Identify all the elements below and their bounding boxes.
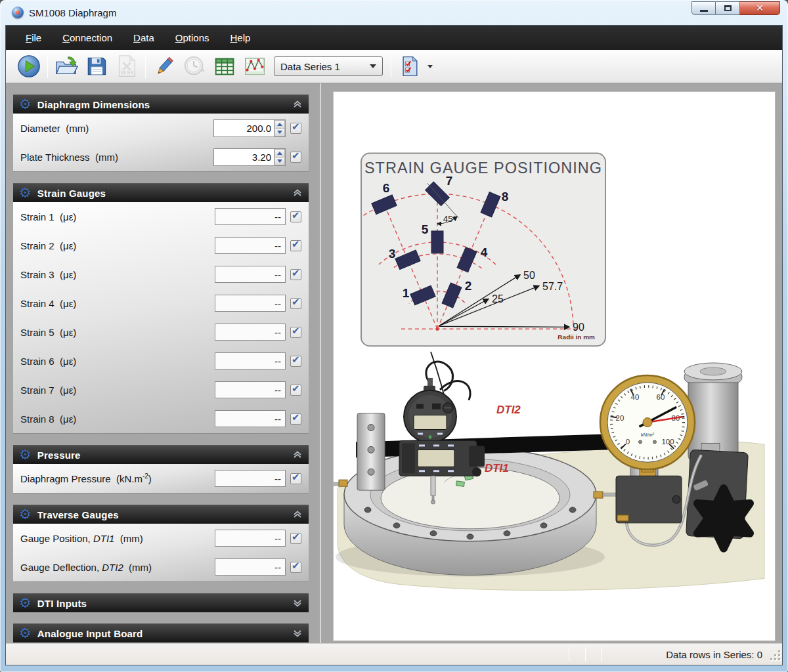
- diameter-checkbox[interactable]: ✔: [290, 123, 301, 134]
- apparatus-illustration: DTI2 DTI1: [334, 362, 764, 591]
- window-controls: ✕: [691, 1, 780, 15]
- section-title: DTI Inputs: [37, 598, 87, 609]
- gauge-position-field[interactable]: [215, 530, 286, 547]
- row-strain-8: Strain 8 (με) ✔: [13, 404, 309, 433]
- row-gauge-position: Gauge Position, DTI1 (mm) ✔: [13, 524, 309, 553]
- section-traverse-gauges: ⚙ Traverse Gauges Gauge Position, DTI1 (…: [13, 505, 309, 582]
- close-button[interactable]: ✕: [740, 1, 780, 15]
- collapse-chevron-icon[interactable]: [293, 100, 302, 109]
- app-icon: [12, 7, 24, 18]
- row-diaphragm-pressure: Diaphragm Pressure (kN.m-2) ✔: [13, 464, 309, 493]
- menu-connection[interactable]: Connection: [52, 27, 123, 49]
- strain-2-checkbox[interactable]: ✔: [290, 240, 301, 251]
- row-strain-1: Strain 1 (με) ✔: [13, 202, 309, 231]
- section-header[interactable]: ⚙ Traverse Gauges: [13, 505, 309, 524]
- collapse-chevron-icon[interactable]: [293, 510, 302, 519]
- section-header[interactable]: ⚙ Pressure: [13, 445, 309, 464]
- close-icon: ✕: [756, 3, 764, 13]
- strain-6-field[interactable]: [215, 352, 286, 369]
- section-title: Strain Gauges: [37, 188, 106, 199]
- svg-text:6: 6: [383, 181, 390, 195]
- window-title: SM1008 Diaphragm: [29, 7, 116, 18]
- series-options-dropdown-caret[interactable]: [427, 65, 433, 68]
- section-pressure: ⚙ Pressure Diaphragm Pressure (kN.m-2) ✔: [13, 445, 309, 494]
- gauge-deflection-checkbox[interactable]: ✔: [290, 562, 301, 573]
- menu-data[interactable]: Data: [123, 27, 165, 49]
- strain-3-checkbox[interactable]: ✔: [290, 269, 301, 280]
- strain-7-field[interactable]: [215, 381, 286, 398]
- chart-button[interactable]: [240, 52, 270, 81]
- strain-6-checkbox[interactable]: ✔: [290, 356, 301, 367]
- row-strain-6: Strain 6 (με) ✔: [13, 346, 309, 375]
- section-diaphragm-dimensions: ⚙ Diaphragm Dimensions Diameter (mm): [13, 94, 309, 172]
- open-button[interactable]: [51, 52, 81, 81]
- edit-button[interactable]: [149, 52, 179, 81]
- thickness-input[interactable]: [214, 149, 274, 165]
- collapse-chevron-icon[interactable]: [293, 188, 302, 198]
- gauge-position-checkbox[interactable]: ✔: [290, 533, 301, 544]
- strain-2-field[interactable]: [215, 237, 286, 254]
- gauge-deflection-field[interactable]: [215, 558, 286, 576]
- pressure-checkbox[interactable]: ✔: [290, 473, 301, 484]
- expand-chevron-icon[interactable]: [293, 598, 302, 608]
- strain-4-checkbox[interactable]: ✔: [290, 298, 301, 309]
- data-series-selector[interactable]: Data Series 1: [274, 56, 383, 76]
- strain-1-field[interactable]: [215, 208, 286, 225]
- row-strain-5: Strain 5 (με) ✔: [13, 318, 309, 346]
- collapse-chevron-icon[interactable]: [293, 450, 302, 459]
- gear-icon: ⚙: [19, 627, 32, 640]
- strain-4-field[interactable]: [215, 295, 286, 312]
- gear-icon: ⚙: [19, 508, 32, 522]
- section-header[interactable]: ⚙ Diaphragm Dimensions: [13, 94, 309, 114]
- chevron-down-icon: [370, 64, 376, 68]
- menu-file[interactable]: File: [15, 27, 52, 49]
- gear-icon: ⚙: [19, 448, 32, 462]
- spin-up-button[interactable]: [274, 120, 285, 128]
- row-label: Plate Thickness (mm): [20, 152, 118, 163]
- spin-down-button[interactable]: [274, 128, 285, 136]
- series-options-button[interactable]: [395, 52, 425, 81]
- export-xlsx-button[interactable]: XLSX: [112, 52, 142, 81]
- strain-5-field[interactable]: [215, 324, 286, 341]
- spin-up-button[interactable]: [274, 149, 285, 157]
- menu-help[interactable]: Help: [220, 27, 261, 49]
- section-header[interactable]: ⚙ Analogue Input Board: [13, 623, 309, 642]
- thickness-checkbox[interactable]: ✔: [290, 152, 301, 163]
- data-table-button[interactable]: [209, 52, 240, 81]
- row-label: Strain 8 (με): [20, 413, 76, 425]
- pencil-icon: [152, 54, 177, 79]
- diameter-spinner[interactable]: [213, 119, 286, 137]
- svg-text:3: 3: [389, 247, 396, 261]
- strain-7-checkbox[interactable]: ✔: [290, 385, 301, 396]
- row-strain-2: Strain 2 (με) ✔: [13, 231, 309, 260]
- strain-8-checkbox[interactable]: ✔: [290, 413, 301, 425]
- status-bar: Data rows in Series: 0: [6, 643, 782, 665]
- checklist-document-icon: [398, 54, 422, 79]
- title-bar[interactable]: SM1008 Diaphragm ✕: [5, 0, 783, 25]
- minimize-icon: [700, 10, 708, 12]
- section-header[interactable]: ⚙ Strain Gauges: [13, 183, 309, 202]
- svg-text:4: 4: [481, 245, 488, 259]
- strain-1-checkbox[interactable]: ✔: [290, 211, 301, 222]
- run-button[interactable]: [14, 52, 44, 81]
- minimize-button[interactable]: [691, 1, 716, 15]
- save-button[interactable]: [81, 52, 112, 81]
- strain-5-checkbox[interactable]: ✔: [290, 327, 301, 338]
- timer-button[interactable]: [179, 52, 209, 81]
- expand-chevron-icon[interactable]: [293, 629, 302, 638]
- menu-options[interactable]: Options: [165, 27, 220, 49]
- svg-text:0: 0: [626, 438, 630, 446]
- section-header[interactable]: ⚙ DTI Inputs: [13, 593, 309, 612]
- spin-down-button[interactable]: [274, 157, 285, 165]
- maximize-button[interactable]: [716, 1, 740, 15]
- thickness-spinner[interactable]: [213, 148, 286, 166]
- section-title: Diaphragm Dimensions: [37, 99, 150, 110]
- strain-8-field[interactable]: [215, 410, 286, 427]
- toolbar-separator: [47, 54, 48, 78]
- diameter-input[interactable]: [214, 120, 274, 136]
- resize-grip[interactable]: [772, 644, 782, 665]
- app-window: SM1008 Diaphragm ✕ File Connection Data …: [0, 0, 788, 672]
- gear-icon: ⚙: [19, 98, 32, 112]
- strain-3-field[interactable]: [215, 266, 286, 283]
- pressure-field[interactable]: [215, 470, 286, 487]
